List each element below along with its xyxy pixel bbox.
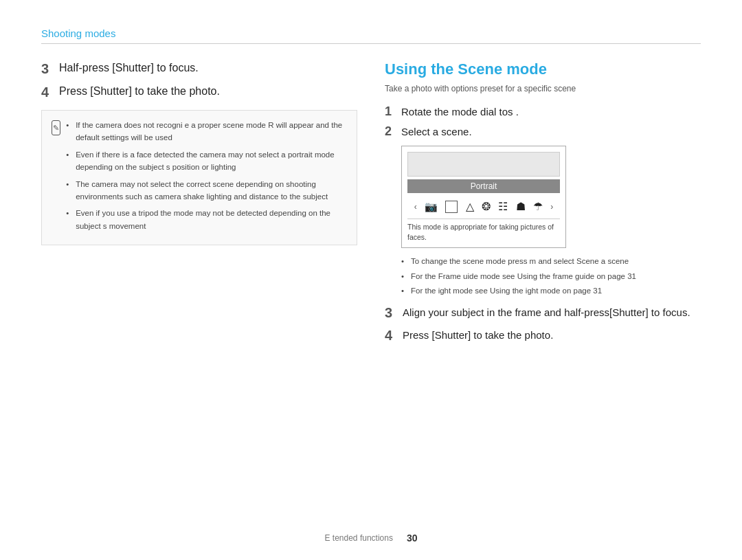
note-item-2: Even if there is a face detected the cam… xyxy=(66,148,347,174)
footer: E tended functions 30 xyxy=(0,533,742,544)
right-bullet-2: For the Frame uide mode see Using the fr… xyxy=(401,270,701,284)
right-step-number-2: 2 xyxy=(385,124,396,139)
scene-icon-5: ☷ xyxy=(498,200,508,213)
footer-label: E tended functions xyxy=(325,533,393,543)
right-bullet-1: To change the scene mode press m and sel… xyxy=(401,255,701,269)
step-text-4: Press [Shutter] to take the photo. xyxy=(59,84,220,99)
scene-icon-2 xyxy=(445,201,458,213)
scene-icon-7: ☂ xyxy=(533,200,543,213)
left-column: 3 Half-press [Shutter] to focus. 4 Press… xyxy=(41,60,357,350)
note-icon: ✎ xyxy=(52,120,60,135)
right-step-number-1: 1 xyxy=(385,104,396,119)
right-step-2: 2 Select a scene. xyxy=(385,124,701,139)
scene-icon-6: ☗ xyxy=(516,200,526,213)
section-subtitle: Take a photo with options preset for a s… xyxy=(385,84,701,93)
note-item-1: If the camera does not recogni e a prope… xyxy=(66,119,347,144)
step-4-left: 4 Press [Shutter] to take the photo. xyxy=(41,84,357,100)
step-number-4: 4 xyxy=(41,84,54,100)
scene-mode-box: Portrait ‹ 📷 △ ❂ ☷ ☗ ☂ › This mode is ap… xyxy=(401,146,566,248)
right-step-text-1: Rotate the mode dial tos . xyxy=(401,104,519,119)
header-section: Shooting modes xyxy=(41,27,701,44)
section-title: Using the Scene mode xyxy=(385,60,701,78)
right-arrow-icon: › xyxy=(550,202,553,212)
page-container: Shooting modes 3 Half-press [Shutter] to… xyxy=(0,0,742,560)
scene-icon-1: 📷 xyxy=(425,201,438,213)
scene-description: This mode is appropriate for taking pict… xyxy=(407,219,560,242)
right-big-step-3: 3 Align your subject in the frame and ha… xyxy=(385,305,701,321)
step-3-left: 3 Half-press [Shutter] to focus. xyxy=(41,60,357,77)
scene-label: Portrait xyxy=(407,179,560,193)
step-text-3: Half-press [Shutter] to focus. xyxy=(59,60,199,76)
page-title: Shooting modes xyxy=(41,27,115,39)
right-big-step-4: 4 Press [Shutter] to take the photo. xyxy=(385,328,701,344)
right-step-text-2: Select a scene. xyxy=(401,124,472,139)
right-big-step-text-4: Press [Shutter] to take the photo. xyxy=(403,328,553,344)
note-box: ✎ If the camera does not recogni e a pro… xyxy=(41,110,357,245)
note-list: If the camera does not recogni e a prope… xyxy=(66,119,347,232)
right-bullet-3: For the ight mode see Using the ight mod… xyxy=(401,284,701,298)
note-content: If the camera does not recogni e a prope… xyxy=(66,119,347,236)
scene-box-inner: Portrait ‹ 📷 △ ❂ ☷ ☗ ☂ › This mode is ap… xyxy=(402,146,565,247)
scene-icons-row: ‹ 📷 △ ❂ ☷ ☗ ☂ › xyxy=(407,196,560,217)
right-big-step-number-4: 4 xyxy=(385,328,397,344)
scene-icon-4: ❂ xyxy=(482,200,491,213)
left-arrow-icon: ‹ xyxy=(414,202,417,212)
right-big-step-text-3: Align your subject in the frame and half… xyxy=(403,305,690,321)
right-bullets-list: To change the scene mode press m and sel… xyxy=(401,255,701,298)
step-number-3: 3 xyxy=(41,60,54,77)
note-item-4: Even if you use a tripod the mode may no… xyxy=(66,207,347,232)
right-step-1: 1 Rotate the mode dial tos . xyxy=(385,104,701,119)
footer-page: 30 xyxy=(407,533,418,544)
right-column: Using the Scene mode Take a photo with o… xyxy=(385,60,701,350)
scene-icon-3: △ xyxy=(466,200,474,213)
two-column-layout: 3 Half-press [Shutter] to focus. 4 Press… xyxy=(41,60,701,350)
note-item-3: The camera may not select the correct sc… xyxy=(66,178,347,203)
right-big-step-number-3: 3 xyxy=(385,305,397,321)
